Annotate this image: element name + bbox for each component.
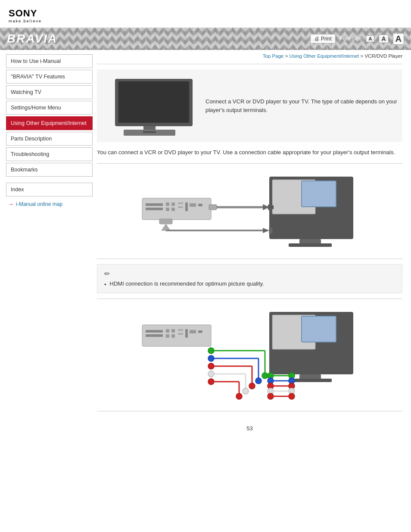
svg-rect-17 [198, 204, 202, 206]
bravia-controls: 🖨 Print Font Size A A A [310, 33, 404, 45]
vcr-dvd-image [102, 75, 197, 137]
sony-tagline: make.believe [9, 19, 402, 23]
sidebar-item-using-other[interactable]: Using Other Equipment/Internet [6, 116, 93, 130]
note-bullet: • HDMI connection is recommended for opt… [104, 280, 395, 288]
sidebar-item-settings[interactable]: Settings/Home Menu [6, 101, 93, 115]
note-icon: ✏ [104, 270, 395, 278]
font-size-label: Font Size [340, 36, 362, 42]
print-button[interactable]: 🖨 Print [310, 34, 336, 44]
font-small-button[interactable]: A [366, 35, 374, 42]
svg-rect-9 [166, 202, 169, 206]
component-diagram-svg [138, 308, 362, 402]
svg-point-74 [243, 388, 249, 394]
breadcrumb-sep2: > [361, 53, 365, 59]
svg-rect-43 [190, 330, 196, 333]
sidebar-item-bravia-features[interactable]: "BRAVIA" TV Features [6, 70, 93, 84]
breadcrumb-sep1: > [285, 53, 290, 59]
svg-rect-35 [146, 334, 163, 337]
top-description: Connect a VCR or DVD player to your TV. … [206, 97, 397, 114]
svg-rect-39 [171, 334, 175, 338]
font-medium-button[interactable]: A [379, 34, 388, 43]
svg-point-84 [289, 393, 295, 399]
sidebar-item-watching-tv[interactable]: Watching TV [6, 85, 93, 99]
svg-rect-47 [302, 316, 336, 342]
svg-marker-31 [263, 228, 269, 233]
sidebar-item-index[interactable]: Index [6, 183, 93, 196]
sidebar-item-how-to-use[interactable]: How to Use i-Manual [6, 54, 93, 68]
online-map-label: i-Manual online map [16, 201, 62, 207]
hdmi-diagram-section [97, 163, 402, 259]
sidebar-item-troubleshooting[interactable]: Troubleshooting [6, 147, 93, 161]
svg-marker-29 [162, 224, 170, 230]
bullet-dot: • [104, 281, 106, 288]
breadcrumb-top[interactable]: Top Page [263, 53, 284, 59]
intro-text: You can connect a VCR or DVD player to y… [97, 148, 402, 157]
note-text: HDMI connection is recommended for optim… [110, 280, 264, 287]
main-layout: How to Use i-Manual "BRAVIA" TV Features… [0, 50, 411, 445]
print-label: Print [321, 36, 332, 42]
svg-rect-15 [185, 202, 188, 211]
svg-rect-14 [178, 206, 183, 208]
sidebar-item-parts[interactable]: Parts Description [6, 132, 93, 146]
component-diagram-section [97, 299, 402, 411]
svg-rect-32 [269, 227, 273, 234]
svg-point-64 [208, 363, 214, 369]
svg-point-57 [208, 355, 214, 361]
svg-rect-36 [166, 329, 169, 333]
svg-point-71 [208, 371, 214, 377]
bravia-bar: BRAVIA 🖨 Print Font Size A A A [0, 28, 411, 50]
top-divider [97, 64, 402, 64]
svg-rect-18 [209, 205, 217, 210]
svg-point-53 [262, 373, 268, 379]
svg-rect-16 [190, 203, 196, 207]
sony-logo: SONY [9, 8, 402, 19]
breadcrumb-using-other[interactable]: Using Other Equipment/Internet [290, 53, 359, 59]
svg-rect-49 [289, 379, 332, 382]
svg-rect-23 [302, 181, 336, 207]
arrow-icon: → [8, 201, 14, 208]
svg-rect-25 [289, 243, 332, 247]
svg-point-50 [208, 348, 214, 354]
svg-rect-8 [146, 208, 163, 210]
svg-rect-38 [166, 334, 169, 338]
svg-rect-1 [118, 81, 189, 123]
svg-rect-44 [198, 330, 202, 333]
page-number: 53 [97, 417, 402, 436]
svg-rect-42 [185, 329, 188, 338]
top-section: Connect a VCR or DVD player to your TV. … [97, 69, 402, 142]
breadcrumb: Top Page > Using Other Equipment/Interne… [97, 50, 402, 61]
sidebar: How to Use i-Manual "BRAVIA" TV Features… [0, 50, 93, 212]
svg-rect-12 [171, 208, 175, 211]
svg-rect-10 [171, 202, 175, 206]
svg-point-60 [255, 378, 262, 384]
svg-point-67 [249, 383, 255, 389]
svg-rect-11 [166, 208, 169, 211]
bravia-title: BRAVIA [7, 32, 57, 46]
svg-rect-37 [171, 329, 175, 333]
print-icon: 🖨 [314, 36, 319, 42]
sidebar-divider [6, 178, 93, 183]
sony-header: SONY make.believe [0, 0, 411, 28]
tv-svg [102, 75, 197, 137]
svg-rect-13 [178, 202, 183, 204]
content-area: Top Page > Using Other Equipment/Interne… [93, 50, 411, 445]
svg-rect-5 [143, 131, 156, 133]
breadcrumb-current: VCR/DVD Player [364, 53, 402, 59]
svg-point-78 [208, 379, 214, 385]
svg-rect-34 [146, 330, 163, 333]
hdmi-diagram-svg [138, 172, 362, 250]
svg-point-81 [236, 393, 242, 399]
svg-rect-40 [178, 329, 183, 331]
font-large-button[interactable]: A [393, 33, 404, 45]
note-section: ✏ • HDMI connection is recommended for o… [97, 264, 402, 293]
svg-rect-7 [146, 203, 163, 206]
svg-rect-28 [159, 219, 172, 224]
sidebar-online-map-link[interactable]: → i-Manual online map [6, 201, 93, 208]
svg-rect-41 [178, 333, 183, 335]
sidebar-item-bookmarks[interactable]: Bookmarks [6, 163, 93, 177]
